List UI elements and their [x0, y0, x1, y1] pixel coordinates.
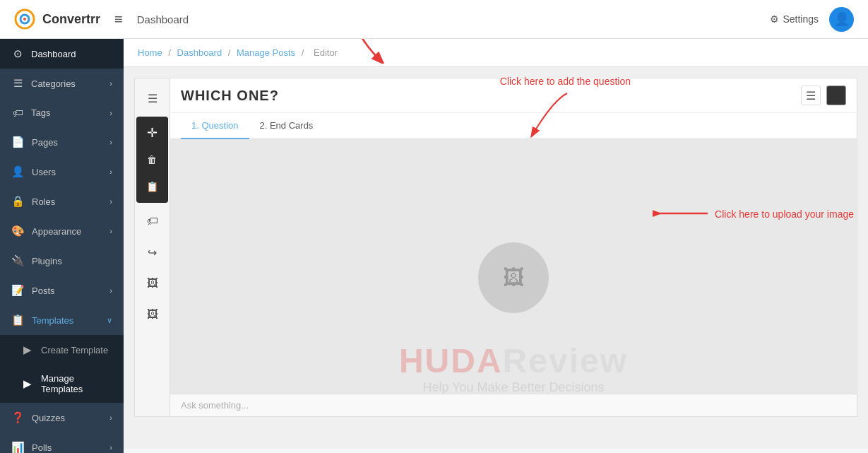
- sidebar-item-pages[interactable]: 📄 Pages ›: [0, 127, 124, 157]
- sidebar-label-posts: Posts: [32, 286, 55, 296]
- chevron-icon: ›: [109, 443, 112, 452]
- sidebar-label-create-template: Create Template: [41, 345, 108, 355]
- svg-point-2: [23, 18, 26, 20]
- settings-link[interactable]: ⚙ Settings: [770, 13, 819, 25]
- sidebar-label-polls: Polls: [32, 442, 52, 453]
- user-avatar[interactable]: 👤: [829, 7, 854, 32]
- sidebar-label-manage-templates: Manage Templates: [41, 373, 112, 394]
- quizzes-icon: ❓: [11, 411, 25, 424]
- watermark-sub: Help You Make Better Decisions: [170, 380, 857, 395]
- sidebar-label-categories: Categories: [31, 78, 76, 89]
- sidebar-item-create-template[interactable]: ▶ Create Template: [0, 335, 124, 365]
- watermark-colored: HUDA: [399, 342, 503, 380]
- chevron-icon: ›: [109, 79, 112, 88]
- breadcrumb-sep2: /: [228, 47, 233, 58]
- chevron-icon: ›: [109, 413, 112, 422]
- breadcrumb-home[interactable]: Home: [138, 47, 162, 58]
- watermark: HUDAReview Help You Make Better Decision…: [170, 341, 857, 395]
- chevron-icon: ›: [109, 197, 112, 206]
- tab-question[interactable]: 1. Question: [181, 113, 249, 139]
- header-nav-title: Dashboard: [137, 13, 189, 25]
- sidebar-item-appearance[interactable]: 🎨 Appearance ›: [0, 216, 124, 246]
- watermark-text: HUDAReview: [170, 341, 857, 380]
- sidebar-item-templates[interactable]: 📋 Templates ∨: [0, 305, 124, 335]
- polls-icon: 📊: [11, 441, 25, 453]
- ask-placeholder: Ask something...: [181, 400, 249, 411]
- toolbar-tag-btn[interactable]: 🏷: [140, 208, 165, 234]
- sidebar: ⊙ Dashboard ☰ Categories › 🏷 Tags › 📄 Pa…: [0, 39, 124, 453]
- block-copy-btn[interactable]: 📋: [140, 175, 164, 199]
- breadcrumb-sep3: /: [302, 47, 307, 58]
- dashboard-icon: ⊙: [11, 47, 24, 60]
- sidebar-item-manage-templates[interactable]: ▶ Manage Templates: [0, 365, 124, 403]
- sidebar-label-templates: Templates: [32, 315, 73, 326]
- sidebar-item-posts[interactable]: 📝 Posts ›: [0, 276, 124, 305]
- sidebar-item-tags[interactable]: 🏷 Tags ›: [0, 98, 124, 127]
- top-header: Convertrr ≡ Dashboard ⚙ Settings 👤: [0, 0, 868, 39]
- editor-container: ☰ ✛ 🗑 📋 🏷 ↪ 🖼 🖼 WHICH ONE? ☰: [134, 78, 857, 417]
- chevron-icon: ›: [109, 167, 112, 176]
- block-delete-btn[interactable]: 🗑: [140, 148, 164, 172]
- image-placeholder[interactable]: 🖼: [478, 242, 549, 313]
- chevron-icon: ›: [109, 227, 112, 235]
- pages-icon: 📄: [11, 136, 25, 148]
- sidebar-item-users[interactable]: 👤 Users ›: [0, 157, 124, 187]
- categories-icon: ☰: [11, 77, 24, 90]
- tags-icon: 🏷: [11, 107, 24, 119]
- watermark-gray: Review: [503, 342, 628, 380]
- tab-end-cards[interactable]: 2. End Cards: [249, 113, 324, 139]
- settings-icon: ⚙: [770, 13, 779, 25]
- breadcrumb-editor: Editor: [314, 47, 338, 58]
- editor-body[interactable]: 🖼 HUDAReview Help You Make Better Decisi…: [170, 139, 857, 416]
- chevron-icon: ›: [109, 138, 112, 146]
- image-placeholder-icon: 🖼: [503, 266, 524, 290]
- sidebar-label-pages: Pages: [32, 137, 58, 148]
- sidebar-item-quizzes[interactable]: ❓ Quizzes ›: [0, 403, 124, 433]
- block-move-btn[interactable]: ✛: [140, 121, 164, 145]
- editor-top-actions: ☰: [801, 86, 846, 105]
- logo-icon: [14, 8, 35, 30]
- sidebar-item-polls[interactable]: 📊 Polls ›: [0, 433, 124, 453]
- logo-area: Convertrr: [14, 8, 100, 30]
- sidebar-label-plugins: Plugins: [32, 256, 62, 266]
- block-toolbar: ✛ 🗑 📋: [136, 117, 168, 203]
- roles-icon: 🔒: [11, 195, 25, 208]
- user-icon: 👤: [834, 11, 850, 27]
- logo-text: Convertrr: [42, 12, 100, 27]
- breadcrumb: Home / Dashboard / Manage Posts / Editor: [124, 39, 868, 67]
- breadcrumb-manage-posts[interactable]: Manage Posts: [237, 47, 295, 58]
- plugins-icon: 🔌: [11, 254, 25, 267]
- sidebar-item-categories[interactable]: ☰ Categories ›: [0, 69, 124, 98]
- sidebar-label-tags: Tags: [31, 107, 50, 118]
- chevron-icon: ›: [109, 109, 112, 117]
- editor-toolbar-left: ☰ ✛ 🗑 📋 🏷 ↪ 🖼 🖼: [135, 78, 170, 416]
- header-right: ⚙ Settings 👤: [770, 7, 854, 32]
- editor-wrapper: ☰ ✛ 🗑 📋 🏷 ↪ 🖼 🖼 WHICH ONE? ☰: [124, 67, 868, 449]
- toolbar-menu-btn[interactable]: ☰: [140, 86, 165, 111]
- templates-icon: 📋: [11, 314, 25, 326]
- sidebar-label-dashboard: Dashboard: [31, 49, 76, 59]
- chevron-down-icon: ∨: [107, 316, 112, 325]
- toolbar-image-btn[interactable]: 🖼: [140, 271, 165, 296]
- sidebar-label-roles: Roles: [32, 196, 55, 207]
- sidebar-label-quizzes: Quizzes: [32, 413, 65, 423]
- sidebar-label-appearance: Appearance: [32, 226, 81, 237]
- chevron-icon: ›: [109, 286, 112, 295]
- appearance-icon: 🎨: [11, 225, 25, 237]
- create-template-icon: ▶: [21, 343, 34, 356]
- breadcrumb-sep1: /: [168, 47, 173, 58]
- toolbar-redo-btn[interactable]: ↪: [140, 240, 165, 265]
- sidebar-item-dashboard[interactable]: ⊙ Dashboard: [0, 39, 124, 69]
- list-view-btn[interactable]: ☰: [801, 86, 821, 105]
- editor-title: WHICH ONE?: [181, 88, 794, 104]
- breadcrumb-dashboard[interactable]: Dashboard: [177, 47, 222, 58]
- manage-templates-icon: ▶: [21, 377, 34, 390]
- color-btn[interactable]: [826, 86, 846, 105]
- toolbar-gallery-btn[interactable]: 🖼: [140, 302, 165, 327]
- ask-bar[interactable]: Ask something...: [170, 394, 857, 416]
- hamburger-icon[interactable]: ≡: [114, 11, 123, 28]
- sidebar-item-roles[interactable]: 🔒 Roles ›: [0, 187, 124, 216]
- editor-top-bar: WHICH ONE? ☰: [170, 78, 857, 113]
- editor-tabs: 1. Question 2. End Cards: [170, 113, 857, 139]
- sidebar-item-plugins[interactable]: 🔌 Plugins: [0, 246, 124, 276]
